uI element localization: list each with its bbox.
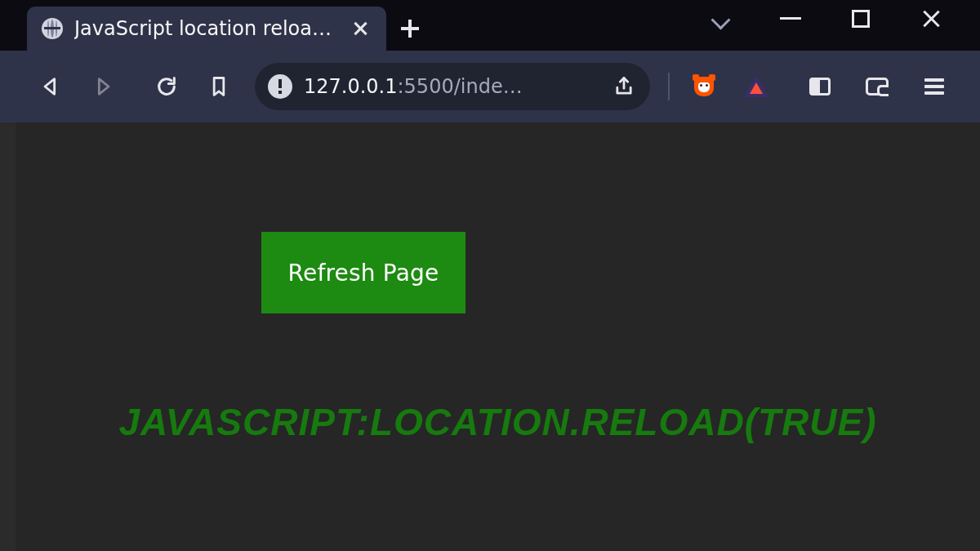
globe-icon: [42, 18, 63, 39]
reload-button[interactable]: [145, 64, 188, 109]
toolbar-divider: [668, 73, 670, 100]
sidebar-toggle-button[interactable]: [799, 64, 841, 109]
info-warning-icon[interactable]: [268, 74, 292, 99]
url-text: 127.0.0.1:5500/inde…: [304, 75, 601, 98]
page-viewport: Refresh Page JAVASCRIPT:LOCATION.RELOAD(…: [16, 122, 980, 551]
url-host: 127.0.0.1: [304, 75, 398, 98]
close-tab-button[interactable]: [350, 19, 370, 38]
address-bar[interactable]: 127.0.0.1:5500/inde…: [255, 63, 650, 110]
hamburger-menu-icon: [924, 78, 944, 95]
titlebar: JavaScript location reload true: [0, 0, 980, 51]
forward-button[interactable]: [82, 64, 124, 109]
triangle-left-icon: [39, 75, 62, 98]
minimize-button[interactable]: [774, 2, 807, 35]
back-button[interactable]: [29, 64, 72, 109]
bookmark-icon: [207, 75, 230, 98]
overlay-caption: JAVASCRIPT:LOCATION.RELOAD(TRUE): [16, 400, 980, 444]
browser-tab[interactable]: JavaScript location reload true: [27, 7, 386, 51]
bat-triangle-icon: [744, 76, 768, 97]
close-icon: [920, 8, 942, 29]
maximize-button[interactable]: [844, 2, 877, 35]
app-menu-button[interactable]: [913, 64, 956, 109]
reload-icon: [155, 75, 178, 98]
chevron-down-icon: [711, 10, 729, 28]
window-controls: [688, 0, 980, 37]
url-path: :5500/inde…: [398, 75, 523, 98]
brave-shields-button[interactable]: [683, 64, 725, 109]
toolbar: 127.0.0.1:5500/inde…: [0, 51, 980, 122]
maximize-icon: [852, 10, 870, 28]
close-window-button[interactable]: [915, 2, 947, 35]
toolbar-right-group: [799, 64, 956, 109]
bookmark-button[interactable]: [198, 64, 240, 109]
wallet-button[interactable]: [856, 64, 898, 109]
sidebar-panel-icon: [809, 78, 831, 96]
brave-lion-icon: [693, 74, 715, 99]
browser-window: JavaScript location reload true: [0, 0, 980, 551]
wallet-icon: [866, 78, 889, 96]
brave-rewards-button[interactable]: [735, 64, 777, 109]
refresh-page-button[interactable]: Refresh Page: [261, 232, 466, 313]
share-icon[interactable]: [612, 75, 635, 98]
triangle-right-icon: [91, 75, 114, 98]
minimize-icon: [780, 17, 801, 20]
tab-search-button[interactable]: [704, 2, 737, 35]
plus-icon: [401, 20, 419, 38]
tab-title: JavaScript location reload true: [74, 17, 339, 40]
new-tab-button[interactable]: [388, 7, 432, 51]
